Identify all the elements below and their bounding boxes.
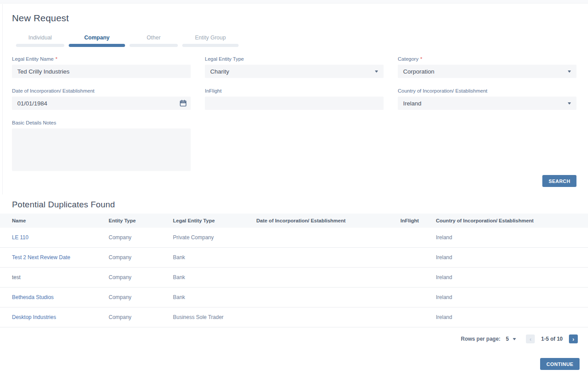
row-country: Ireland: [436, 314, 588, 320]
column-header-country: Country of Incorporation/ Establishment: [436, 218, 588, 223]
category-field: Category* Corporation: [398, 56, 576, 78]
row-name-link[interactable]: LE 110: [0, 234, 109, 241]
row-entity-type: Company: [109, 314, 173, 320]
country-of-incorporation-value: Ireland: [403, 100, 421, 107]
row-country: Ireland: [436, 294, 588, 300]
legal-entity-name-label: Legal Entity Name*: [12, 56, 191, 62]
tab-company-label: Company: [84, 35, 110, 44]
table-row: test Company Bank Ireland: [0, 268, 588, 288]
tab-other-indicator: [129, 44, 178, 47]
chevron-down-icon: [568, 70, 571, 73]
new-request-page: New Request Individual Company Other Ent…: [0, 0, 588, 385]
column-header-legal-entity-type: Legal Entity Type: [173, 218, 256, 223]
page-title: New Request: [12, 13, 588, 23]
date-of-incorporation-field: Date of Incorporation/ Establishment: [12, 88, 191, 110]
search-button[interactable]: SEARCH: [542, 175, 576, 187]
column-header-date-of-incorporation: Date of Incorporation/ Establishment: [256, 218, 400, 223]
date-of-incorporation-input[interactable]: [12, 97, 191, 110]
table-row: Desktop Industries Company Business Sole…: [0, 307, 588, 327]
row-entity-type: Company: [109, 254, 173, 261]
tab-entity-group[interactable]: Entity Group: [182, 35, 239, 47]
category-value: Corporation: [403, 68, 435, 75]
table-header-row: Name Entity Type Legal Entity Type Date …: [0, 214, 588, 228]
tab-individual-label: Individual: [28, 35, 52, 44]
row-entity-type: Company: [109, 234, 173, 241]
page-range-label: 1-5 of 10: [541, 336, 563, 342]
row-legal-entity-type: Bank: [173, 294, 256, 300]
tab-individual-indicator: [16, 44, 64, 47]
row-country: Ireland: [436, 254, 588, 261]
category-select[interactable]: Corporation: [398, 65, 576, 78]
duplicates-section-title: Potential Duplicates Found: [12, 200, 588, 210]
card-left-edge: [2, 4, 3, 194]
calendar-icon[interactable]: [180, 100, 187, 109]
tab-individual[interactable]: Individual: [16, 35, 64, 47]
required-marker: *: [55, 56, 57, 62]
required-marker: *: [420, 56, 422, 62]
column-header-name: Name: [0, 218, 109, 223]
basic-details-notes-label: Basic Details Notes: [12, 120, 191, 125]
row-name-link[interactable]: Bethesda Studios: [0, 294, 109, 300]
tab-other[interactable]: Other: [129, 35, 178, 47]
legal-entity-type-select[interactable]: Charity: [205, 65, 384, 78]
basic-details-notes-field: Basic Details Notes: [12, 120, 191, 173]
tab-company-indicator: [69, 44, 125, 47]
top-strip: [0, 0, 588, 4]
country-of-incorporation-select[interactable]: Ireland: [398, 97, 576, 110]
row-entity-type: Company: [109, 294, 173, 300]
request-type-tabs: Individual Company Other Entity Group: [16, 35, 588, 47]
table-row: LE 110 Company Private Company Ireland: [0, 228, 588, 248]
inflight-label: InFlight: [205, 88, 384, 93]
basic-details-notes-input[interactable]: [12, 128, 191, 171]
category-label: Category*: [398, 56, 576, 62]
chevron-down-icon: [375, 70, 378, 73]
row-legal-entity-type: Bank: [173, 274, 256, 280]
chevron-down-icon[interactable]: [513, 338, 516, 340]
inflight-input[interactable]: [205, 97, 384, 110]
legal-entity-type-value: Charity: [210, 68, 229, 75]
row-country: Ireland: [436, 274, 588, 280]
row-entity-type: Company: [109, 274, 173, 280]
row-legal-entity-type: Business Sole Trader: [173, 314, 256, 320]
legal-entity-name-field: Legal Entity Name*: [12, 56, 191, 78]
row-name-link[interactable]: test: [0, 274, 109, 280]
legal-entity-type-label: Legal Entity Type: [205, 56, 384, 62]
table-row: Bethesda Studios Company Bank Ireland: [0, 288, 588, 307]
date-of-incorporation-label: Date of Incorporation/ Establishment: [12, 88, 191, 93]
row-legal-entity-type: Bank: [173, 254, 256, 261]
row-name-link[interactable]: Desktop Industries: [0, 314, 109, 320]
chevron-down-icon: [568, 102, 571, 105]
table-row: Test 2 Next Review Date Company Bank Ire…: [0, 248, 588, 268]
legal-entity-type-field: Legal Entity Type Charity: [205, 56, 384, 78]
rows-per-page-value[interactable]: 5: [506, 336, 509, 342]
row-country: Ireland: [436, 234, 588, 241]
column-header-entity-type: Entity Type: [109, 218, 173, 223]
tab-entity-group-indicator: [182, 44, 239, 47]
company-details-form: Legal Entity Name* Legal Entity Type Cha…: [12, 56, 588, 173]
continue-button[interactable]: CONTINUE: [540, 358, 580, 370]
tab-company[interactable]: Company: [69, 35, 125, 47]
previous-page-button[interactable]: ‹: [526, 334, 535, 343]
tab-other-label: Other: [147, 35, 161, 44]
country-of-incorporation-label: Country of Incorporation/ Establishment: [398, 88, 576, 93]
country-of-incorporation-field: Country of Incorporation/ Establishment …: [398, 88, 576, 110]
next-page-button[interactable]: ›: [569, 334, 578, 343]
row-name-link[interactable]: Test 2 Next Review Date: [0, 254, 109, 261]
column-header-inflight: InFlight: [400, 218, 436, 223]
row-legal-entity-type: Private Company: [173, 234, 256, 241]
inflight-field: InFlight: [205, 88, 384, 110]
duplicates-table: Name Entity Type Legal Entity Type Date …: [0, 214, 588, 327]
table-pagination: Rows per page: 5 ‹ 1-5 of 10 ›: [0, 327, 588, 350]
rows-per-page-label: Rows per page:: [461, 336, 500, 342]
tab-entity-group-label: Entity Group: [195, 35, 226, 44]
legal-entity-name-input[interactable]: [12, 65, 191, 78]
